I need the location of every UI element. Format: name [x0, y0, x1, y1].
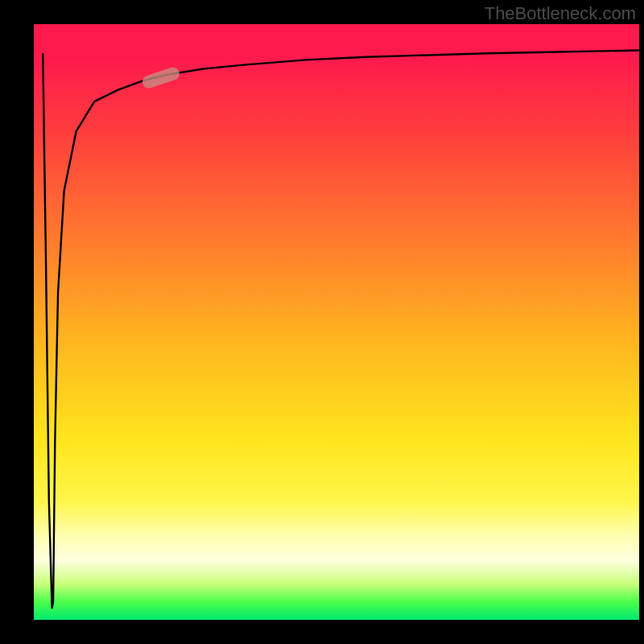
curve-marker	[141, 66, 181, 90]
watermark-text: TheBottleneck.com	[485, 3, 636, 24]
chart-curve-layer	[34, 24, 639, 620]
bottleneck-curve-path	[43, 51, 639, 609]
